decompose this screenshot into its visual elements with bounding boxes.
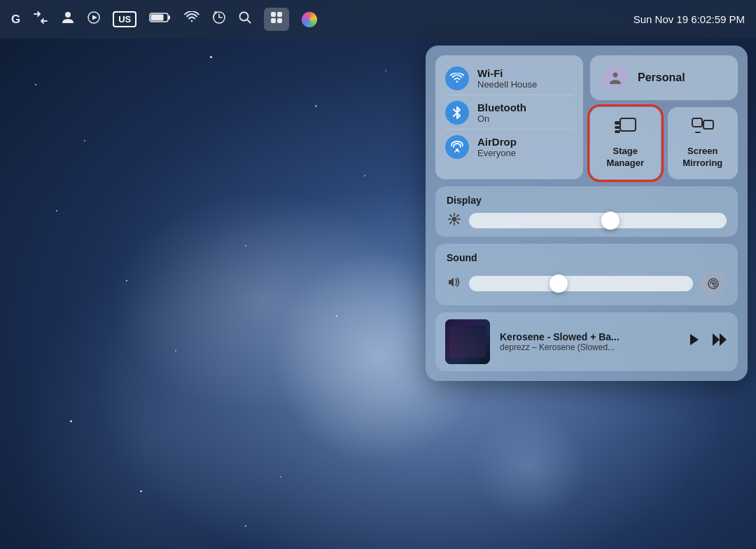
wifi-row[interactable]: Wi-Fi Needell House	[445, 62, 573, 95]
svg-rect-15	[615, 121, 620, 125]
menu-bar: G US	[0, 0, 756, 39]
album-art	[445, 319, 490, 364]
airdrop-row[interactable]: AirDrop Everyone	[445, 131, 573, 163]
svg-marker-31	[690, 334, 699, 345]
svg-rect-17	[615, 130, 620, 133]
svg-rect-5	[151, 15, 164, 21]
control-center-icon[interactable]	[264, 8, 289, 31]
actions-icon[interactable]	[33, 11, 48, 27]
svg-point-13	[613, 73, 618, 78]
display-label: Display	[447, 195, 727, 206]
svg-rect-10	[271, 18, 276, 23]
svg-rect-4	[168, 15, 170, 20]
play-button[interactable]	[686, 332, 701, 351]
brightness-slider[interactable]	[469, 213, 727, 228]
brightness-thumb[interactable]	[601, 211, 620, 230]
bluetooth-tile-icon	[445, 101, 469, 125]
wifi-label: Wi-Fi Needell House	[477, 67, 537, 90]
svg-rect-16	[615, 126, 620, 129]
battery-icon[interactable]	[149, 12, 172, 27]
svg-line-25	[450, 215, 451, 216]
stage-manager-tile[interactable]: Stage Manager	[590, 107, 661, 179]
sound-output-button[interactable]	[700, 270, 727, 297]
now-playing-section: Kerosene - Slowed + Ba... deprezz – Kero…	[435, 312, 738, 371]
svg-point-20	[452, 216, 457, 221]
svg-marker-33	[720, 333, 727, 346]
menubar-left-icons: G US	[11, 8, 634, 31]
menubar-time: Sun Nov 19 6:02:59 PM	[634, 13, 745, 25]
stage-screen-row: Stage Manager Screen Mirroring	[590, 107, 738, 179]
personal-hotspot-icon	[603, 65, 628, 90]
control-center-panel: Wi-Fi Needell House Bluetooth On	[426, 46, 748, 381]
svg-rect-9	[277, 12, 282, 17]
stage-manager-label: Stage Manager	[600, 146, 651, 169]
svg-rect-11	[277, 18, 282, 23]
sound-label: Sound	[447, 252, 727, 263]
svg-rect-19	[704, 120, 713, 129]
airdrop-tile-icon	[445, 135, 469, 159]
track-info: Kerosene - Slowed + Ba... deprezz – Kero…	[500, 331, 676, 352]
bluetooth-row[interactable]: Bluetooth On	[445, 97, 573, 130]
airdrop-label: AirDrop Everyone	[477, 136, 517, 158]
track-artist: deprezz – Kerosene (Slowed...	[500, 342, 676, 352]
brightness-slider-row	[447, 213, 727, 228]
keyboard-input-icon[interactable]: US	[113, 11, 136, 27]
volume-icon	[447, 277, 462, 291]
wifi-icon[interactable]	[184, 11, 200, 27]
network-tile: Wi-Fi Needell House Bluetooth On	[435, 55, 583, 179]
svg-marker-32	[713, 333, 720, 346]
time-machine-icon[interactable]	[212, 11, 226, 28]
personal-hotspot-tile[interactable]: Personal	[590, 55, 738, 100]
brightness-icon	[447, 213, 462, 228]
personal-hotspot-label: Personal	[638, 71, 685, 84]
play-icon[interactable]	[88, 11, 100, 27]
right-column: Personal Stage Manager	[590, 55, 738, 179]
svg-point-0	[65, 12, 71, 18]
wifi-tile-icon	[445, 67, 469, 90]
screen-mirroring-label: Screen Mirroring	[678, 146, 729, 169]
svg-line-27	[457, 215, 458, 216]
top-grid: Wi-Fi Needell House Bluetooth On	[435, 55, 738, 179]
svg-line-28	[450, 222, 451, 223]
stage-manager-icon	[613, 117, 637, 141]
display-section: Display	[435, 186, 738, 237]
volume-slider[interactable]	[469, 276, 693, 291]
screen-mirroring-icon	[691, 117, 715, 141]
siri-icon[interactable]	[302, 12, 317, 27]
grammarly-icon[interactable]: G	[11, 13, 20, 27]
svg-rect-18	[692, 118, 702, 127]
svg-point-30	[712, 282, 715, 285]
volume-thumb[interactable]	[550, 274, 568, 293]
user-icon[interactable]	[61, 11, 75, 28]
svg-line-26	[457, 222, 458, 223]
svg-rect-14	[620, 118, 636, 131]
menubar-right: Sun Nov 19 6:02:59 PM	[634, 13, 745, 25]
playback-controls	[686, 332, 728, 351]
sound-section: Sound	[435, 244, 738, 305]
bluetooth-label: Bluetooth On	[477, 102, 526, 124]
svg-marker-2	[92, 15, 97, 20]
svg-rect-8	[271, 12, 276, 17]
forward-button[interactable]	[711, 332, 728, 351]
search-icon[interactable]	[239, 11, 251, 27]
track-name: Kerosene - Slowed + Ba...	[500, 331, 676, 342]
sound-slider-row	[447, 270, 727, 297]
screen-mirroring-tile[interactable]: Screen Mirroring	[668, 107, 738, 179]
